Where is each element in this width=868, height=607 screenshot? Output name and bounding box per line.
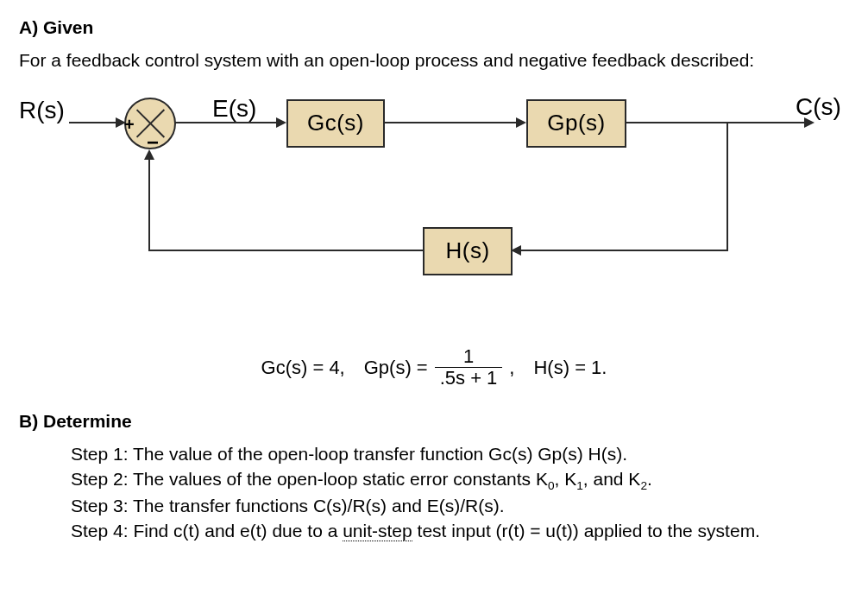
wire-gp-to-c xyxy=(625,122,806,123)
wire-r-to-sum xyxy=(69,122,117,123)
step-2-part-b: , K xyxy=(555,469,577,489)
page-root: A) Given For a feedback control system w… xyxy=(0,0,868,607)
block-diagram: R(s) + − E(s) Gc(s) Gp(s) C(s) xyxy=(19,87,830,329)
block-h: H(s) xyxy=(423,227,513,275)
step-2-part-c: , and K xyxy=(583,469,641,489)
step-2-sub-0: 0 xyxy=(548,479,555,492)
eq-gp-fraction: 1 .5s + 1 xyxy=(435,346,503,389)
eq-gp-num: 1 xyxy=(458,346,479,367)
wire-feedback-up xyxy=(148,158,150,251)
eq-gp-lhs: Gp(s) = xyxy=(364,355,428,381)
block-gp: Gp(s) xyxy=(526,99,626,148)
eq-comma: , xyxy=(509,355,514,381)
summing-junction: + − xyxy=(124,98,176,149)
step-2: Step 2: The values of the open-loop stat… xyxy=(71,467,849,495)
intro-paragraph: For a feedback control system with an op… xyxy=(19,48,849,73)
eq-gc: Gc(s) = 4, xyxy=(261,355,345,381)
wire-feedback-down xyxy=(726,122,728,251)
step-2-sub-1: 1 xyxy=(576,479,583,492)
wire-to-h-right xyxy=(519,250,728,251)
eq-hs: H(s) = 1. xyxy=(533,355,607,381)
step-2-part-d: . xyxy=(647,469,652,489)
step-2-sub-2: 2 xyxy=(640,479,647,492)
eq-gp-den: .5s + 1 xyxy=(435,367,503,389)
label-e-s: E(s) xyxy=(212,92,256,125)
section-b-heading: B) Determine xyxy=(19,409,849,433)
block-gc-label: Gc(s) xyxy=(307,108,364,138)
wire-gc-to-gp xyxy=(383,122,518,123)
arrow-into-gp xyxy=(516,117,526,128)
step-4-underlined: unit-step xyxy=(343,521,412,541)
wire-h-to-sum-h xyxy=(148,250,423,251)
label-c-s: C(s) xyxy=(796,91,841,123)
section-a-heading: A) Given xyxy=(19,16,849,40)
block-gc: Gc(s) xyxy=(286,99,385,148)
step-1: Step 1: The value of the open-loop trans… xyxy=(71,442,849,466)
steps-block: Step 1: The value of the open-loop trans… xyxy=(19,442,849,543)
equation-row: Gc(s) = 4, Gp(s) = 1 .5s + 1 , H(s) = 1. xyxy=(19,346,849,389)
arrow-into-sum-bottom xyxy=(144,149,154,160)
step-4: Step 4: Find c(t) and e(t) due to a unit… xyxy=(71,519,849,543)
block-gp-label: Gp(s) xyxy=(547,108,606,138)
step-4-part-b: test input (r(t) = u(t)) applied to the … xyxy=(412,521,760,541)
label-r-s: R(s) xyxy=(19,94,65,127)
block-h-label: H(s) xyxy=(445,236,489,266)
step-2-part-a: Step 2: The values of the open-loop stat… xyxy=(71,469,548,489)
sum-plus-icon: + xyxy=(124,113,135,136)
step-4-part-a: Step 4: Find c(t) and e(t) due to a xyxy=(71,521,343,541)
step-3: Step 3: The transfer functions C(s)/R(s)… xyxy=(71,494,849,518)
arrow-into-gc xyxy=(276,117,286,128)
